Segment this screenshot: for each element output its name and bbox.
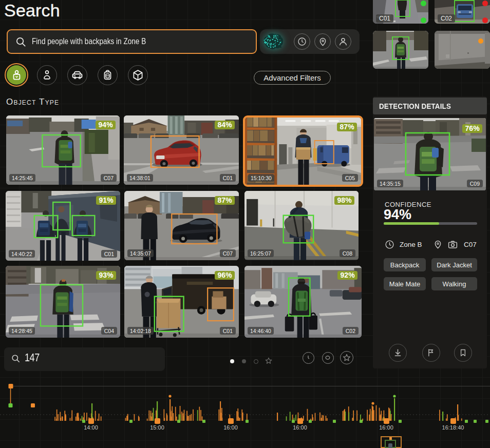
svg-text:15:00: 15:00 [150,424,164,431]
svg-text:14:00: 14:00 [84,424,98,431]
svg-text:16:18:40: 16:18:40 [442,424,464,431]
svg-text:16:00: 16:00 [293,424,307,431]
svg-text:16:00: 16:00 [223,424,238,431]
svg-text:16:00: 16:00 [379,424,393,431]
